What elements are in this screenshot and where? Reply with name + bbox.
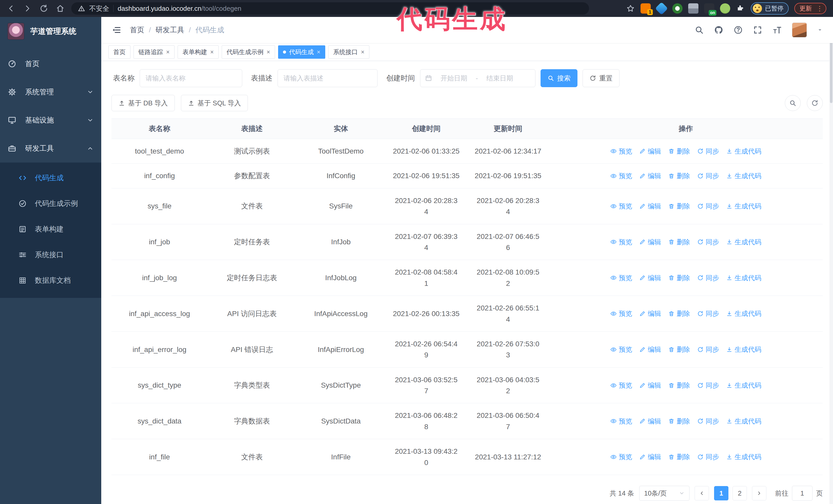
action-sync-link[interactable]: 同步 (697, 416, 719, 426)
action-sync-link[interactable]: 同步 (697, 201, 719, 211)
sidebar-item-system-management[interactable]: 系统管理 (0, 78, 101, 106)
search-icon[interactable] (695, 25, 704, 34)
action-sync-link[interactable]: 同步 (697, 344, 719, 355)
sidebar-item-system-api[interactable]: 系统接口 (0, 242, 101, 268)
action-edit-link[interactable]: 编辑 (639, 308, 661, 319)
action-edit-link[interactable]: 编辑 (639, 273, 661, 283)
goto-page-input[interactable] (792, 486, 812, 501)
action-download-link[interactable]: 生成代码 (726, 146, 761, 157)
action-download-link[interactable]: 生成代码 (726, 308, 761, 319)
help-icon[interactable] (734, 25, 743, 34)
caret-down-icon[interactable] (817, 27, 823, 33)
extension-diamond-icon[interactable] (655, 2, 668, 15)
action-eye-link[interactable]: 预览 (610, 344, 632, 355)
action-download-link[interactable]: 生成代码 (726, 273, 761, 283)
extension-dark-icon[interactable]: on (704, 3, 714, 14)
refresh-table-button[interactable] (807, 95, 823, 111)
action-edit-link[interactable]: 编辑 (639, 344, 661, 355)
action-edit-link[interactable]: 编辑 (639, 237, 661, 247)
import-sql-button[interactable]: 基于 SQL 导入 (181, 95, 248, 111)
action-eye-link[interactable]: 预览 (610, 308, 632, 319)
action-trash-link[interactable]: 删除 (668, 380, 690, 390)
fullscreen-icon[interactable] (753, 25, 762, 34)
next-page-button[interactable] (752, 486, 766, 500)
breadcrumb-home[interactable]: 首页 (130, 25, 144, 35)
sidebar-item-infrastructure[interactable]: 基础设施 (0, 106, 101, 134)
prev-page-button[interactable] (695, 486, 709, 500)
bookmark-star-icon[interactable] (626, 4, 635, 13)
action-download-link[interactable]: 生成代码 (726, 171, 761, 181)
extension-green-icon[interactable] (720, 3, 730, 14)
sidebar-item-dev-tools[interactable]: 研发工具 (0, 134, 101, 163)
table-desc-input[interactable] (278, 69, 378, 87)
action-eye-link[interactable]: 预览 (610, 201, 632, 211)
action-download-link[interactable]: 生成代码 (726, 380, 761, 390)
action-trash-link[interactable]: 删除 (668, 237, 690, 247)
view-tab[interactable]: 代码生成示例× (222, 45, 275, 59)
start-date-input[interactable] (435, 74, 473, 82)
back-icon[interactable] (7, 4, 15, 13)
action-trash-link[interactable]: 删除 (668, 344, 690, 355)
browser-update-button[interactable]: 更新 ⋮ (794, 3, 826, 14)
action-eye-link[interactable]: 预览 (610, 380, 632, 390)
sidebar-item-home[interactable]: 首页 (0, 50, 101, 78)
action-eye-link[interactable]: 预览 (610, 452, 632, 462)
address-bar[interactable]: 不安全 dashboard.yudao.iocoder.cn/tool/code… (71, 2, 589, 15)
view-tab[interactable]: 链路追踪× (134, 45, 174, 59)
action-edit-link[interactable]: 编辑 (639, 452, 661, 462)
close-tab-icon[interactable]: × (266, 48, 270, 56)
action-eye-link[interactable]: 预览 (610, 146, 632, 157)
view-tab[interactable]: 系统接口× (328, 45, 369, 59)
sidebar-collapse-icon[interactable] (112, 25, 121, 35)
extensions-puzzle-icon[interactable] (736, 4, 745, 13)
page-button[interactable]: 1 (714, 486, 729, 500)
action-trash-link[interactable]: 删除 (668, 308, 690, 319)
action-edit-link[interactable]: 编辑 (639, 146, 661, 157)
font-size-icon[interactable] (772, 25, 782, 34)
end-date-input[interactable] (481, 74, 519, 82)
show-search-button[interactable] (785, 95, 801, 111)
action-eye-link[interactable]: 预览 (610, 171, 632, 181)
not-secure-label[interactable]: 不安全 (89, 4, 109, 13)
sidebar-item-code-generation[interactable]: 代码生成 (0, 165, 101, 191)
action-sync-link[interactable]: 同步 (697, 146, 719, 157)
import-db-button[interactable]: 基于 DB 导入 (112, 95, 175, 111)
action-edit-link[interactable]: 编辑 (639, 380, 661, 390)
action-edit-link[interactable]: 编辑 (639, 171, 661, 181)
action-trash-link[interactable]: 删除 (668, 273, 690, 283)
reset-button[interactable]: 重置 (582, 69, 619, 87)
action-sync-link[interactable]: 同步 (697, 452, 719, 462)
sidebar-item-codegen-example[interactable]: 代码生成示例 (0, 191, 101, 216)
view-tab[interactable]: 首页 (109, 45, 130, 59)
page-size-select[interactable]: 10条/页 (639, 486, 689, 501)
action-download-link[interactable]: 生成代码 (726, 344, 761, 355)
page-button[interactable]: 2 (733, 486, 747, 500)
view-tab[interactable]: 代码生成× (278, 45, 325, 59)
user-avatar[interactable] (792, 23, 807, 38)
action-download-link[interactable]: 生成代码 (726, 201, 761, 211)
action-eye-link[interactable]: 预览 (610, 273, 632, 283)
close-tab-icon[interactable]: × (166, 48, 170, 56)
extension-grid-icon[interactable] (688, 3, 698, 14)
action-download-link[interactable]: 生成代码 (726, 416, 761, 426)
action-edit-link[interactable]: 编辑 (639, 416, 661, 426)
action-sync-link[interactable]: 同步 (697, 308, 719, 319)
table-name-input[interactable] (140, 69, 242, 87)
close-tab-icon[interactable]: × (317, 48, 320, 56)
action-trash-link[interactable]: 删除 (668, 171, 690, 181)
view-tab[interactable]: 表单构建× (177, 45, 219, 59)
breadcrumb-dev-tools[interactable]: 研发工具 (156, 25, 184, 35)
action-eye-link[interactable]: 预览 (610, 416, 632, 426)
extension-icon[interactable]: 1 (641, 3, 651, 14)
reload-icon[interactable] (40, 4, 48, 13)
date-range-picker[interactable]: - (420, 69, 536, 87)
close-tab-icon[interactable]: × (361, 48, 364, 56)
github-icon[interactable] (714, 25, 723, 34)
action-eye-link[interactable]: 预览 (610, 237, 632, 247)
page-scrollbar[interactable] (829, 17, 833, 504)
extension-check-icon[interactable] (672, 3, 683, 14)
home-icon[interactable] (56, 4, 65, 13)
profile-paused-chip[interactable]: 已暂停 (751, 2, 789, 15)
action-sync-link[interactable]: 同步 (697, 237, 719, 247)
sidebar-item-form-builder[interactable]: 表单构建 (0, 216, 101, 242)
